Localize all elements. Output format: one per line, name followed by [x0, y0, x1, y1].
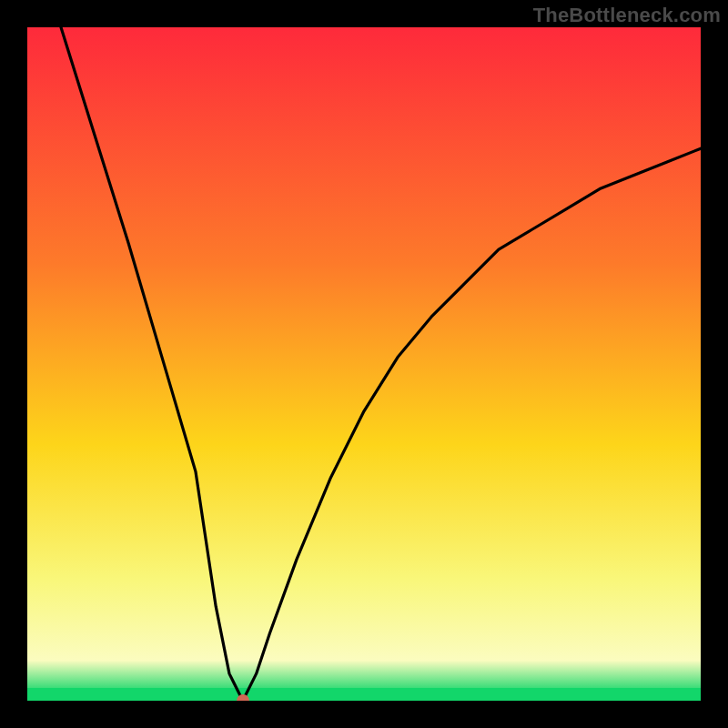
plot-area — [27, 27, 701, 701]
curve-layer — [27, 27, 701, 701]
bottleneck-curve — [61, 27, 701, 701]
minimum-marker — [237, 694, 249, 701]
watermark-text: TheBottleneck.com — [533, 4, 721, 27]
chart-frame: TheBottleneck.com — [0, 0, 728, 728]
